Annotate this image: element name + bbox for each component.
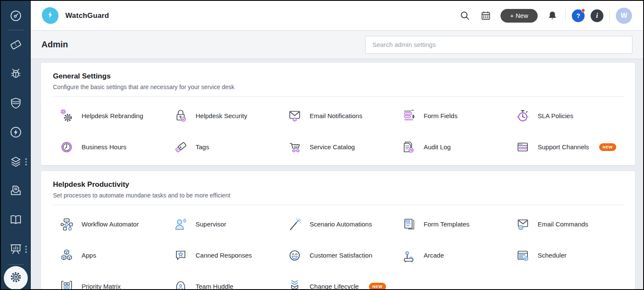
gears-icon bbox=[58, 107, 75, 125]
admin-tile-tags[interactable]: Tags bbox=[167, 131, 281, 162]
admin-tile-audit-log[interactable]: Audit Log bbox=[395, 131, 509, 162]
tile-label: Canned Responses bbox=[196, 252, 252, 259]
header-actions: + New ? i W bbox=[458, 8, 632, 24]
new-badge: NEW bbox=[369, 283, 386, 290]
sidebar-item-presentation[interactable] bbox=[9, 242, 23, 256]
admin-tile-form-fields[interactable]: Form Fields bbox=[395, 100, 509, 131]
admin-tile-email-notifications[interactable]: Email Notifications bbox=[281, 100, 395, 131]
doc-lines-icon bbox=[400, 216, 417, 233]
notifications-button[interactable] bbox=[545, 9, 559, 23]
admin-tile-team-huddle[interactable]: Team Huddle bbox=[167, 271, 281, 289]
tile-label: Team Huddle bbox=[196, 283, 233, 289]
cart-icon bbox=[286, 139, 303, 156]
app-window: WatchGuard + New ? i W Admin bbox=[0, 0, 644, 290]
lock-check-icon bbox=[172, 107, 189, 125]
layers-icon bbox=[9, 155, 23, 168]
admin-tile-canned-responses[interactable]: Canned Responses bbox=[167, 240, 281, 271]
dotted-separator bbox=[53, 205, 623, 205]
settings-grid: Workflow AutomatorSupervisorScenario Aut… bbox=[53, 209, 623, 289]
admin-tile-workflow-automator[interactable]: Workflow Automator bbox=[53, 209, 167, 240]
tile-label: Form Fields bbox=[424, 112, 457, 119]
search-button[interactable] bbox=[458, 9, 472, 23]
admin-tile-business-hours[interactable]: Business Hours bbox=[53, 131, 167, 162]
sidebar-divider bbox=[8, 30, 24, 30]
sidebar-item-shield[interactable] bbox=[9, 96, 23, 110]
tile-label: Service Catalog bbox=[310, 143, 355, 151]
admin-tile-email-commands[interactable]: @Email Commands bbox=[509, 209, 623, 240]
admin-tile-support-channels[interactable]: Support ChannelsNEW bbox=[509, 131, 623, 162]
tile-label: Customer Satisfaction bbox=[310, 252, 372, 259]
tile-label: Change Lifecycle bbox=[310, 283, 359, 289]
sidebar-item-book[interactable] bbox=[9, 213, 23, 226]
main-column: WatchGuard + New ? i W Admin bbox=[31, 1, 643, 289]
help-button[interactable]: ? bbox=[572, 9, 585, 22]
bubble-star-icon bbox=[172, 247, 189, 264]
admin-tile-service-catalog[interactable]: Service Catalog bbox=[281, 131, 395, 162]
new-button[interactable]: + New bbox=[501, 9, 538, 23]
avatar[interactable]: W bbox=[616, 8, 632, 24]
admin-tile-scenario-automations[interactable]: Scenario Automations bbox=[281, 209, 395, 240]
sidebar-overflow-menu[interactable] bbox=[25, 158, 27, 165]
settings-grid: Helpdesk RebrandingHelpdesk SecurityEmai… bbox=[53, 100, 623, 162]
calendar-icon bbox=[480, 10, 491, 21]
tile-label: Scenario Automations bbox=[310, 220, 372, 228]
tile-label: SLA Policies bbox=[538, 112, 573, 119]
section-card-helpdesk-productivity: Helpdesk ProductivitySet processes to au… bbox=[41, 171, 635, 289]
admin-tile-arcade[interactable]: Arcade bbox=[395, 240, 509, 271]
sidebar-item-settings-active[interactable] bbox=[4, 266, 28, 290]
tile-label: Email Notifications bbox=[310, 112, 362, 119]
stopwatch-icon bbox=[514, 107, 531, 125]
chevron-flow-icon bbox=[286, 278, 303, 290]
notification-dot bbox=[581, 9, 585, 12]
admin-tile-change-lifecycle[interactable]: Change LifecycleNEW bbox=[281, 271, 395, 289]
sidebar-item-gauge[interactable] bbox=[9, 9, 23, 23]
page-header-bar: Admin bbox=[31, 31, 643, 59]
brand-name: WatchGuard bbox=[65, 12, 109, 20]
calendar-button[interactable] bbox=[479, 9, 493, 23]
sidebar-overflow-menu[interactable] bbox=[25, 246, 27, 253]
sidebar-item-bug[interactable] bbox=[9, 67, 23, 81]
sidebar-item-bolt-circle[interactable] bbox=[9, 125, 23, 139]
admin-search-input[interactable] bbox=[365, 36, 632, 54]
admin-tile-apps[interactable]: Apps bbox=[53, 240, 167, 271]
matrix-icon bbox=[58, 278, 75, 290]
admin-tile-priority-matrix[interactable]: Priority Matrix bbox=[53, 271, 167, 289]
sidebar-item-doc-tray[interactable] bbox=[9, 184, 23, 197]
gear-icon bbox=[9, 270, 23, 286]
tile-label: Arcade bbox=[424, 252, 444, 259]
lightning-bolt-icon bbox=[46, 11, 55, 21]
sidebar-divider bbox=[8, 264, 24, 265]
brand-logo[interactable] bbox=[42, 7, 59, 24]
huddle-icon bbox=[172, 278, 189, 290]
section-card-general-settings: General SettingsConfigure the basic sett… bbox=[41, 62, 635, 165]
admin-tile-sla-policies[interactable]: SLA Policies bbox=[509, 100, 623, 131]
magic-wand-icon bbox=[286, 216, 303, 233]
admin-tile-form-templates[interactable]: Form Templates bbox=[395, 209, 509, 240]
header-divider bbox=[565, 10, 566, 22]
bell-icon bbox=[547, 10, 558, 21]
envelope-at-icon: @ bbox=[514, 216, 531, 233]
tags-icon bbox=[172, 139, 189, 156]
admin-tile-helpdesk-rebranding[interactable]: Helpdesk Rebranding bbox=[53, 100, 167, 131]
admin-tile-helpdesk-security[interactable]: Helpdesk Security bbox=[167, 100, 281, 131]
info-button[interactable]: i bbox=[591, 9, 603, 22]
sidebar-item-layers[interactable] bbox=[9, 155, 23, 168]
admin-tile-supervisor[interactable]: Supervisor bbox=[167, 209, 281, 240]
tile-label: Audit Log bbox=[424, 143, 451, 151]
bug-icon bbox=[9, 67, 23, 81]
svg-text:@: @ bbox=[519, 226, 523, 229]
admin-tile-scheduler[interactable]: Scheduler bbox=[509, 240, 623, 271]
page-title: Admin bbox=[41, 40, 68, 49]
person-sparkle-icon bbox=[172, 216, 189, 233]
tile-label: Business Hours bbox=[82, 143, 126, 151]
tile-label: Scheduler bbox=[538, 252, 567, 259]
sidebar-item-ticket[interactable] bbox=[9, 38, 23, 52]
tile-label: Apps bbox=[82, 252, 96, 259]
flowchart-icon bbox=[58, 216, 75, 233]
form-bars-icon bbox=[400, 107, 417, 125]
section-title: Helpdesk Productivity bbox=[53, 180, 623, 189]
section-title: General Settings bbox=[53, 72, 623, 81]
tile-label: Email Commands bbox=[538, 220, 588, 228]
envelope-bell-icon bbox=[286, 107, 303, 125]
admin-tile-customer-satisfaction[interactable]: Customer Satisfaction bbox=[281, 240, 395, 271]
